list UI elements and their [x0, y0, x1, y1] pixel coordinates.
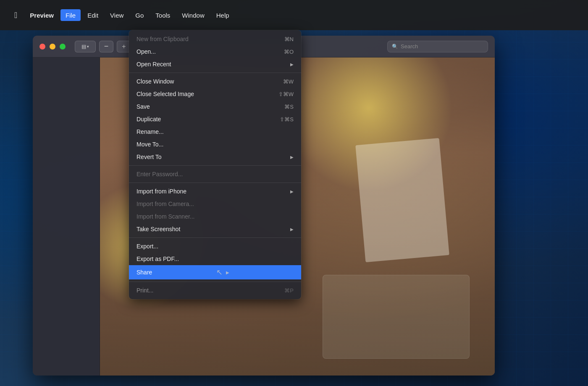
menu-shortcut-new-clipboard: ⌘N [284, 36, 294, 42]
menu-item-export-pdf[interactable]: Export as PDF... [129, 253, 301, 265]
arrow-icon-open-recent: ▶ [290, 62, 294, 67]
arrow-icon-share: ↖ ▶ [216, 268, 229, 277]
menu-item-export[interactable]: Export... [129, 240, 301, 253]
menubar-preview[interactable]: Preview [25, 9, 59, 21]
menu-item-new-clipboard[interactable]: New from Clipboard ⌘N [129, 33, 301, 45]
menubar-help[interactable]: Help [211, 9, 234, 21]
menu-label-enter-password: Enter Password... [136, 171, 183, 177]
menu-shortcut-close-selected: ⇧⌘W [278, 91, 294, 97]
menu-label-share: Share [136, 269, 152, 276]
menu-label-close-window: Close Window [136, 78, 174, 85]
menu-label-new-clipboard: New from Clipboard [136, 36, 189, 42]
minimize-button[interactable] [50, 44, 55, 50]
apple-menu[interactable]:  [8, 9, 23, 22]
menu-item-move-to[interactable]: Move To... [129, 138, 301, 151]
search-icon: 🔍 [392, 44, 398, 50]
menu-shortcut-save: ⌘S [284, 104, 294, 110]
menubar-go[interactable]: Go [130, 9, 149, 21]
menu-shortcut-print: ⌘P [284, 287, 294, 294]
zoom-out-button[interactable]: − [99, 41, 113, 52]
menu-label-save: Save [136, 103, 150, 110]
menu-label-import-scanner: Import from Scanner... [136, 213, 195, 220]
sidebar-icon: ▤ [81, 44, 86, 50]
menu-item-import-camera[interactable]: Import from Camera... [129, 198, 301, 210]
menu-item-close-window[interactable]: Close Window ⌘W [129, 75, 301, 88]
menu-label-open: Open... [136, 48, 156, 55]
menu-shortcut-open: ⌘O [284, 49, 294, 55]
separator-5 [129, 282, 301, 282]
menu-item-import-iphone[interactable]: Import from iPhone ▶ [129, 185, 301, 198]
menubar-tools[interactable]: Tools [150, 9, 175, 21]
menu-item-print[interactable]: Print... ⌘P [129, 284, 301, 297]
menu-item-close-selected[interactable]: Close Selected Image ⇧⌘W [129, 88, 301, 100]
toolbar: ▤ ▾ − + [75, 41, 131, 52]
cursor-arrow-icon: ↖ [216, 268, 223, 277]
close-button[interactable] [39, 44, 45, 50]
zoom-out-icon: − [104, 42, 109, 51]
separator-1 [129, 73, 301, 73]
menu-label-export: Export... [136, 243, 158, 250]
separator-4 [129, 237, 301, 238]
separator-3 [129, 183, 301, 183]
menu-item-open-recent[interactable]: Open Recent ▶ [129, 58, 301, 70]
menu-label-revert-to: Revert To [136, 154, 162, 160]
menu-label-take-screenshot: Take Screenshot [136, 226, 180, 232]
chevron-down-icon: ▾ [87, 44, 89, 49]
sidebar [33, 57, 100, 376]
fullscreen-button[interactable] [60, 44, 66, 50]
menu-shortcut-close-window: ⌘W [283, 78, 294, 85]
menu-item-revert-to[interactable]: Revert To ▶ [129, 151, 301, 163]
menubar-window[interactable]: Window [177, 9, 209, 21]
menu-item-enter-password[interactable]: Enter Password... [129, 168, 301, 180]
menu-item-import-scanner[interactable]: Import from Scanner... [129, 210, 301, 223]
menu-label-duplicate: Duplicate [136, 116, 161, 123]
search-bar: 🔍 [387, 41, 488, 52]
menu-item-rename[interactable]: Rename... [129, 125, 301, 138]
menu-item-duplicate[interactable]: Duplicate ⇧⌘S [129, 113, 301, 125]
laptop-highlight [323, 275, 470, 359]
menubar:  Preview File Edit View Go Tools Window… [0, 0, 588, 30]
menu-label-move-to: Move To... [136, 141, 163, 148]
menu-shortcut-duplicate: ⇧⌘S [280, 116, 294, 123]
menubar-view[interactable]: View [105, 9, 129, 21]
menu-label-open-recent: Open Recent [136, 61, 171, 68]
submenu-arrow-icon: ▶ [226, 270, 229, 275]
menu-label-export-pdf: Export as PDF... [136, 256, 179, 262]
menu-label-rename: Rename... [136, 128, 164, 135]
sidebar-toggle-button[interactable]: ▤ ▾ [75, 41, 96, 52]
menu-item-share[interactable]: Share ↖ ▶ [129, 265, 301, 279]
menu-item-open[interactable]: Open... ⌘O [129, 45, 301, 58]
chart-paper [355, 138, 449, 262]
menu-item-save[interactable]: Save ⌘S [129, 100, 301, 113]
menu-label-import-camera: Import from Camera... [136, 201, 194, 207]
menu-label-import-iphone: Import from iPhone [136, 188, 186, 195]
menubar-edit[interactable]: Edit [82, 9, 103, 21]
separator-2 [129, 165, 301, 166]
arrow-icon-take-screenshot: ▶ [290, 227, 294, 232]
zoom-in-icon: + [122, 43, 126, 50]
search-input[interactable] [401, 43, 483, 50]
menubar-file[interactable]: File [60, 9, 81, 21]
arrow-icon-import-iphone: ▶ [290, 189, 294, 194]
file-dropdown-menu: New from Clipboard ⌘N Open... ⌘O Open Re… [129, 30, 301, 299]
menu-item-take-screenshot[interactable]: Take Screenshot ▶ [129, 223, 301, 235]
menu-label-close-selected: Close Selected Image [136, 91, 194, 97]
arrow-icon-revert-to: ▶ [290, 155, 294, 159]
menu-label-print: Print... [136, 287, 153, 294]
